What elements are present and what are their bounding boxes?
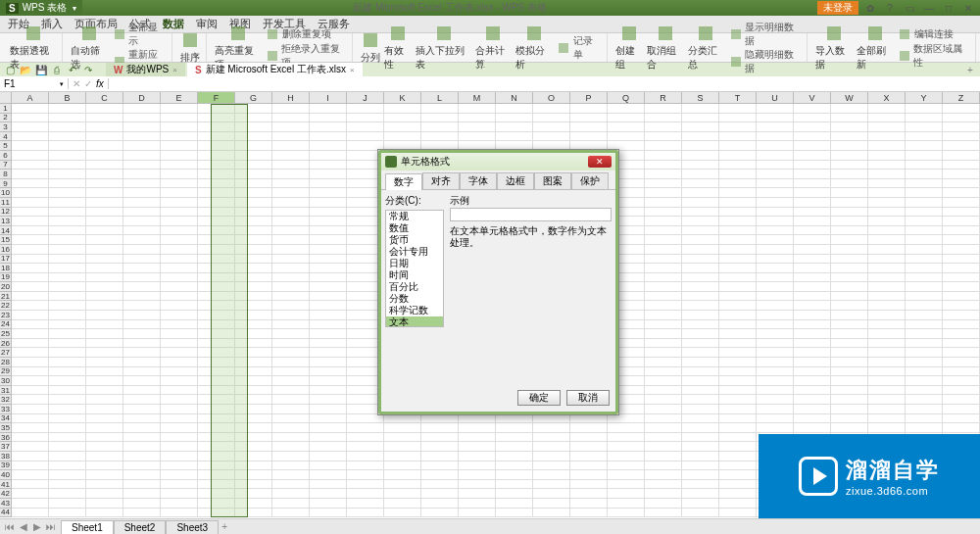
- cell[interactable]: [12, 367, 49, 377]
- cell[interactable]: [943, 114, 980, 123]
- cell[interactable]: [608, 509, 645, 518]
- cell[interactable]: [421, 122, 459, 132]
- cell[interactable]: [906, 282, 943, 292]
- cell[interactable]: [49, 423, 86, 433]
- cell[interactable]: [608, 452, 645, 461]
- cell[interactable]: [198, 170, 235, 179]
- row-header-13[interactable]: 13: [0, 217, 12, 226]
- cell[interactable]: [831, 208, 868, 218]
- cell[interactable]: [310, 282, 347, 292]
- cell[interactable]: [570, 433, 608, 443]
- cell[interactable]: [86, 235, 123, 245]
- cell[interactable]: [868, 151, 906, 161]
- cell[interactable]: [235, 179, 272, 189]
- cell[interactable]: [794, 376, 831, 386]
- cell[interactable]: [459, 452, 496, 461]
- cell[interactable]: [86, 480, 123, 490]
- cell[interactable]: [310, 179, 347, 189]
- cell[interactable]: [198, 114, 235, 123]
- cell[interactable]: [123, 470, 161, 480]
- cell[interactable]: [161, 198, 198, 208]
- fx-confirm-icon[interactable]: ✓: [84, 78, 92, 89]
- col-header-G[interactable]: G: [235, 92, 272, 103]
- cell[interactable]: [12, 348, 49, 358]
- cell[interactable]: [757, 405, 794, 414]
- cell[interactable]: [868, 395, 906, 405]
- cell[interactable]: [49, 292, 86, 302]
- cell[interactable]: [496, 433, 533, 443]
- row-header-25[interactable]: 25: [0, 329, 12, 339]
- col-header-K[interactable]: K: [384, 92, 421, 103]
- cell[interactable]: [272, 264, 310, 273]
- cell[interactable]: [645, 188, 682, 198]
- cell[interactable]: [645, 480, 682, 490]
- cell[interactable]: [682, 217, 719, 226]
- cell[interactable]: [161, 433, 198, 443]
- cell[interactable]: [198, 282, 235, 292]
- cell[interactable]: [384, 489, 421, 499]
- cell[interactable]: [906, 367, 943, 377]
- cell[interactable]: [459, 470, 496, 480]
- row-header-44[interactable]: 44: [0, 509, 12, 518]
- cell[interactable]: [794, 141, 831, 151]
- cell[interactable]: [757, 235, 794, 245]
- cell[interactable]: [198, 414, 235, 424]
- cell[interactable]: [12, 329, 49, 339]
- cell[interactable]: [608, 461, 645, 471]
- cell[interactable]: [123, 264, 161, 273]
- cell[interactable]: [123, 442, 161, 452]
- cell[interactable]: [12, 414, 49, 424]
- cell[interactable]: [794, 122, 831, 132]
- col-header-E[interactable]: E: [161, 92, 198, 103]
- cell[interactable]: [794, 217, 831, 226]
- cell[interactable]: [49, 151, 86, 161]
- row-header-20[interactable]: 20: [0, 282, 12, 292]
- cell[interactable]: [198, 235, 235, 245]
- cell[interactable]: [868, 161, 906, 170]
- cell[interactable]: [198, 208, 235, 218]
- cell[interactable]: [310, 489, 347, 499]
- cell[interactable]: [682, 188, 719, 198]
- cell[interactable]: [198, 395, 235, 405]
- cell[interactable]: [235, 395, 272, 405]
- cell[interactable]: [719, 423, 757, 433]
- cell[interactable]: [719, 245, 757, 255]
- cell[interactable]: [198, 405, 235, 414]
- cell[interactable]: [682, 301, 719, 311]
- ribbon-show-all-button[interactable]: 全部显示: [112, 21, 166, 48]
- cell[interactable]: [86, 217, 123, 226]
- cell[interactable]: [608, 122, 645, 132]
- cell[interactable]: [943, 170, 980, 179]
- cell[interactable]: [310, 367, 347, 377]
- cell[interactable]: [533, 114, 570, 123]
- cell[interactable]: [682, 452, 719, 461]
- maximize-icon[interactable]: □: [941, 1, 956, 15]
- cell[interactable]: [12, 433, 49, 443]
- cell[interactable]: [868, 217, 906, 226]
- cell[interactable]: [794, 170, 831, 179]
- cell[interactable]: [123, 114, 161, 123]
- cell[interactable]: [384, 499, 421, 509]
- cell[interactable]: [123, 255, 161, 265]
- cell[interactable]: [384, 104, 421, 114]
- cell[interactable]: [384, 433, 421, 443]
- cell[interactable]: [868, 104, 906, 114]
- cell[interactable]: [831, 339, 868, 349]
- cell[interactable]: [496, 122, 533, 132]
- col-header-F[interactable]: F: [198, 92, 235, 103]
- sheet-tab-sheet3[interactable]: Sheet3: [166, 520, 219, 534]
- cell[interactable]: [49, 311, 86, 320]
- cell[interactable]: [310, 358, 347, 367]
- cell[interactable]: [906, 311, 943, 320]
- cell[interactable]: [459, 442, 496, 452]
- cell[interactable]: [235, 273, 272, 283]
- cell[interactable]: [645, 245, 682, 255]
- row-header-12[interactable]: 12: [0, 208, 12, 218]
- cell[interactable]: [570, 509, 608, 518]
- cell[interactable]: [12, 489, 49, 499]
- cell[interactable]: [608, 414, 645, 424]
- cell[interactable]: [831, 114, 868, 123]
- cell[interactable]: [757, 386, 794, 396]
- cell[interactable]: [310, 509, 347, 518]
- cell[interactable]: [12, 141, 49, 151]
